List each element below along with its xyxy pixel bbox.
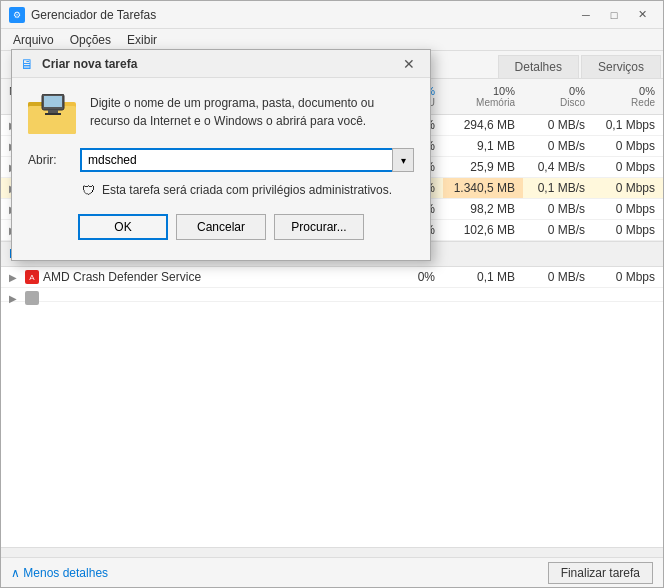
admin-notice-row: 🛡 Esta tarefa será criada com privilégio…: [28, 182, 414, 198]
shield-icon: 🛡: [80, 182, 96, 198]
dialog-title-icon: 🖥: [20, 56, 36, 72]
dialog-open-row: Abrir: ▾: [28, 148, 414, 172]
dialog-title-bar: 🖥 Criar nova tarefa ✕: [12, 50, 430, 78]
dialog-buttons: OK Cancelar Procurar...: [28, 214, 414, 244]
admin-notice-text: Esta tarefa será criada com privilégios …: [102, 183, 392, 197]
input-wrap: ▾: [80, 148, 414, 172]
abrir-label: Abrir:: [28, 153, 72, 167]
ok-button[interactable]: OK: [78, 214, 168, 240]
dialog-title: Criar nova tarefa: [42, 57, 396, 71]
svg-rect-6: [45, 113, 61, 115]
procurar-button[interactable]: Procurar...: [274, 214, 364, 240]
main-window: ⚙ Gerenciador de Tarefas ─ □ ✕ Arquivo O…: [0, 0, 664, 588]
folder-icon: [28, 94, 78, 134]
dropdown-arrow[interactable]: ▾: [392, 148, 414, 172]
cancel-button[interactable]: Cancelar: [176, 214, 266, 240]
criar-nova-tarefa-dialog: 🖥 Criar nova tarefa ✕: [11, 49, 431, 261]
dialog-description-text: Digite o nome de um programa, pasta, doc…: [90, 94, 414, 130]
task-name-input[interactable]: [80, 148, 414, 172]
svg-rect-4: [44, 96, 62, 107]
dialog-close-button[interactable]: ✕: [396, 54, 422, 74]
dialog-body: Digite o nome de um programa, pasta, doc…: [12, 78, 430, 260]
dialog-description-area: Digite o nome de um programa, pasta, doc…: [28, 94, 414, 134]
dialog-overlay: 🖥 Criar nova tarefa ✕: [1, 1, 663, 587]
svg-rect-5: [48, 110, 58, 113]
